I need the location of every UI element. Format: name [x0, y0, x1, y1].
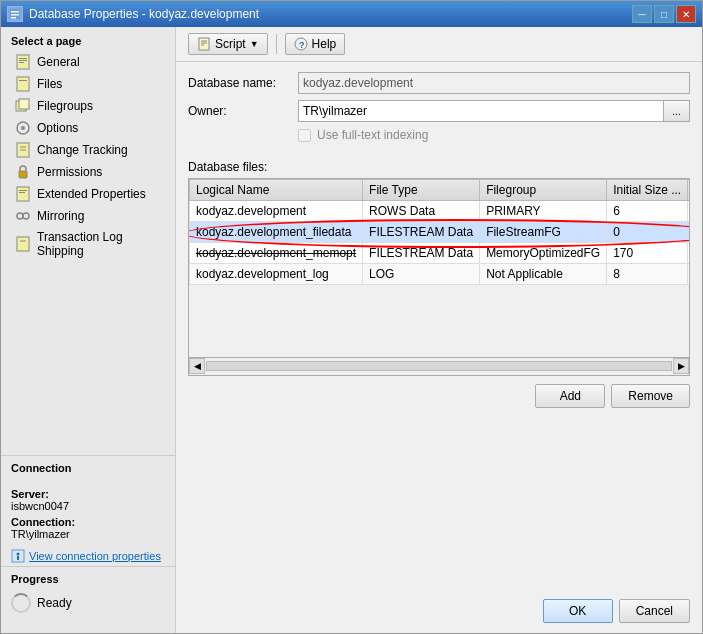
svg-text:?: ? — [299, 40, 305, 50]
sidebar-item-change-tracking[interactable]: Change Tracking — [1, 139, 175, 161]
cell-filegroup: Not Applicable — [480, 264, 607, 285]
sidebar-header: Select a page — [1, 27, 175, 51]
script-label: Script — [215, 37, 246, 51]
scroll-track[interactable] — [206, 361, 672, 371]
table-header-row: Logical Name File Type Filegroup Initial… — [190, 180, 691, 201]
cell-autogrowth: Unl — [688, 243, 690, 264]
sidebar-item-mirroring[interactable]: Mirroring — [1, 205, 175, 227]
files-icon — [15, 76, 31, 92]
table-container[interactable]: Logical Name File Type Filegroup Initial… — [188, 178, 690, 358]
title-controls: ─ □ ✕ — [632, 5, 696, 23]
add-remove-row: Add Remove — [176, 376, 702, 416]
svg-rect-7 — [19, 62, 24, 63]
svg-rect-23 — [17, 237, 29, 251]
progress-section: Progress — [1, 566, 175, 589]
horizontal-scrollbar[interactable]: ◀ ▶ — [188, 358, 690, 376]
change-tracking-icon — [15, 142, 31, 158]
script-button[interactable]: Script ▼ — [188, 33, 268, 55]
db-name-input[interactable] — [298, 72, 690, 94]
cell-filegroup: MemoryOptimizedFG — [480, 243, 607, 264]
svg-rect-20 — [19, 192, 25, 193]
col-filegroup: Filegroup — [480, 180, 607, 201]
transaction-log-label: Transaction Log Shipping — [37, 230, 165, 258]
cell-initial-size: 6 — [607, 201, 688, 222]
main-window: Database Properties - kodyaz.development… — [0, 0, 703, 634]
table-body: kodyaz.development ROWS Data PRIMARY 6 B… — [190, 201, 691, 285]
general-icon — [15, 54, 31, 70]
mirroring-label: Mirroring — [37, 209, 84, 223]
server-value: isbwcn0047 — [11, 500, 165, 512]
sidebar-item-permissions[interactable]: Permissions — [1, 161, 175, 183]
extended-properties-icon — [15, 186, 31, 202]
svg-point-21 — [17, 213, 23, 219]
owner-browse-button[interactable]: ... — [664, 100, 690, 122]
help-button[interactable]: ? Help — [285, 33, 346, 55]
db-files-label: Database files: — [176, 160, 702, 174]
cell-file-type: LOG — [363, 264, 480, 285]
remove-button[interactable]: Remove — [611, 384, 690, 408]
connection-value: TR\yilmazer — [11, 528, 165, 540]
cell-file-type: FILESTREAM Data — [363, 222, 480, 243]
title-bar-left: Database Properties - kodyaz.development — [7, 6, 259, 22]
permissions-icon — [15, 164, 31, 180]
svg-rect-27 — [17, 556, 19, 560]
toolbar-separator — [276, 34, 277, 54]
ok-cancel-row: OK Cancel — [176, 593, 702, 633]
fulltext-label: Use full-text indexing — [317, 128, 428, 142]
table-row[interactable]: kodyaz.development_memopt FILESTREAM Dat… — [190, 243, 691, 264]
extended-properties-label: Extended Properties — [37, 187, 146, 201]
permissions-label: Permissions — [37, 165, 102, 179]
svg-rect-8 — [17, 77, 29, 91]
sidebar-item-filegroups[interactable]: Filegroups — [1, 95, 175, 117]
fulltext-checkbox[interactable] — [298, 129, 311, 142]
table-row[interactable]: kodyaz.development_filedata FILESTREAM D… — [190, 222, 691, 243]
view-connection-properties-link[interactable]: View connection properties — [1, 546, 175, 566]
col-file-type: File Type — [363, 180, 480, 201]
sidebar-item-extended-properties[interactable]: Extended Properties — [1, 183, 175, 205]
general-label: General — [37, 55, 80, 69]
svg-point-13 — [21, 126, 25, 130]
sidebar-item-files[interactable]: Files — [1, 73, 175, 95]
maximize-button[interactable]: □ — [654, 5, 674, 23]
progress-content: Ready — [1, 589, 175, 617]
files-label: Files — [37, 77, 62, 91]
main-panel: Script ▼ ? Help Database name: — [176, 27, 702, 633]
scroll-left-button[interactable]: ◀ — [189, 358, 205, 374]
svg-rect-5 — [19, 58, 27, 59]
help-label: Help — [312, 37, 337, 51]
cell-file-type: ROWS Data — [363, 201, 480, 222]
transaction-log-icon — [15, 236, 31, 252]
cell-file-type: FILESTREAM Data — [363, 243, 480, 264]
owner-input[interactable] — [298, 100, 664, 122]
window-title: Database Properties - kodyaz.development — [29, 7, 259, 21]
add-button[interactable]: Add — [535, 384, 605, 408]
owner-row: Owner: ... — [188, 100, 690, 122]
options-label: Options — [37, 121, 78, 135]
svg-rect-3 — [11, 17, 16, 19]
scroll-right-button[interactable]: ▶ — [673, 358, 689, 374]
sidebar-item-general[interactable]: General — [1, 51, 175, 73]
cell-initial-size: 8 — [607, 264, 688, 285]
cell-filegroup: FileStreamFG — [480, 222, 607, 243]
table-row[interactable]: kodyaz.development ROWS Data PRIMARY 6 B… — [190, 201, 691, 222]
cell-initial-size: 0 — [607, 222, 688, 243]
ok-button[interactable]: OK — [543, 599, 613, 623]
svg-rect-6 — [19, 60, 27, 61]
close-button[interactable]: ✕ — [676, 5, 696, 23]
svg-rect-19 — [19, 190, 27, 191]
progress-status: Ready — [37, 596, 72, 610]
db-name-row: Database name: — [188, 72, 690, 94]
mirroring-icon — [15, 208, 31, 224]
sidebar-item-transaction-log-shipping[interactable]: Transaction Log Shipping — [1, 227, 175, 261]
db-name-label: Database name: — [188, 76, 298, 90]
cancel-button[interactable]: Cancel — [619, 599, 690, 623]
col-logical-name: Logical Name — [190, 180, 363, 201]
sidebar-item-options[interactable]: Options — [1, 117, 175, 139]
svg-rect-17 — [19, 171, 27, 178]
cell-autogrowth: By — [688, 201, 690, 222]
minimize-button[interactable]: ─ — [632, 5, 652, 23]
change-tracking-label: Change Tracking — [37, 143, 128, 157]
window-icon — [7, 6, 23, 22]
table-row[interactable]: kodyaz.development_log LOG Not Applicabl… — [190, 264, 691, 285]
svg-rect-2 — [11, 14, 19, 16]
